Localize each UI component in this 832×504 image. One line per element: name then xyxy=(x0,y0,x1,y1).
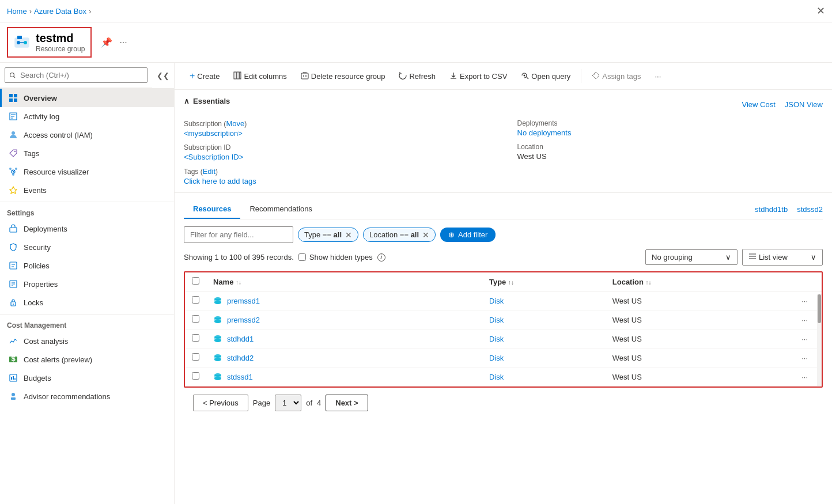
subscription-value[interactable]: <mysubscription> xyxy=(184,129,243,138)
toolbar-divider xyxy=(581,69,581,83)
table-scrollbar-track[interactable] xyxy=(817,294,822,386)
tab-resources[interactable]: Resources xyxy=(184,200,240,219)
row-more-actions-2[interactable]: ··· xyxy=(801,335,808,343)
resource-type-link-3[interactable]: Disk xyxy=(489,354,504,362)
row-name-cell-0: premssd1 xyxy=(206,291,482,310)
sidebar-item-overview[interactable]: Overview xyxy=(0,89,174,107)
sidebar-item-policies[interactable]: Policies xyxy=(0,256,174,275)
sidebar-item-iam[interactable]: Access control (IAM) xyxy=(0,126,174,144)
row-checkbox-4[interactable] xyxy=(192,372,199,380)
deployments-value[interactable]: No deployments xyxy=(517,128,572,137)
tags-field: Tags (Edit) Click here to add tags xyxy=(184,167,490,185)
breadcrumb: Home › Azure Data Box › ✕ xyxy=(0,0,832,22)
row-more-actions-3[interactable]: ··· xyxy=(801,354,808,362)
table-scrollbar-thumb[interactable] xyxy=(818,294,821,323)
next-button[interactable]: Next > xyxy=(326,395,368,411)
sidebar-item-budgets[interactable]: Budgets xyxy=(0,369,174,387)
type-filter-chip: Type == all ✕ xyxy=(298,228,358,242)
filter-input[interactable] xyxy=(184,226,293,243)
json-view-link[interactable]: JSON View xyxy=(785,100,823,109)
resource-name-link-2[interactable]: stdhdd1 xyxy=(213,334,475,343)
location-filter-remove[interactable]: ✕ xyxy=(422,231,429,239)
sidebar-item-label-overview: Overview xyxy=(24,94,57,103)
assign-tags-button[interactable]: Assign tags xyxy=(586,68,646,85)
resource-name-link-3[interactable]: stdhdd2 xyxy=(213,353,475,362)
row-type-cell-4: Disk xyxy=(482,367,606,386)
breadcrumb-azure-data-box[interactable]: Azure Data Box xyxy=(34,7,86,16)
sidebar-item-events[interactable]: Events xyxy=(0,181,174,199)
sidebar-collapse-btn[interactable]: ❮❮ xyxy=(152,67,174,85)
name-column-header[interactable]: Name ↑↓ xyxy=(206,272,482,291)
show-hidden-types-label[interactable]: Show hidden types xyxy=(298,253,373,262)
sidebar-item-deployments[interactable]: Deployments xyxy=(0,219,174,238)
open-query-button[interactable]: Open query xyxy=(515,68,576,85)
location-column-header[interactable]: Location ↑↓ xyxy=(606,272,760,291)
sidebar-item-properties[interactable]: Properties xyxy=(0,275,174,293)
breadcrumb-home[interactable]: Home xyxy=(7,7,27,16)
sidebar-item-visualizer[interactable]: Resource visualizer xyxy=(0,162,174,181)
resource-name-link-1[interactable]: premssd2 xyxy=(213,315,475,324)
resource-title: testmd xyxy=(36,32,85,45)
create-button[interactable]: + Create xyxy=(184,67,225,85)
sidebar-item-activity-log[interactable]: Activity log xyxy=(0,107,174,126)
info-icon[interactable]: i xyxy=(377,253,385,262)
resource-type-link-4[interactable]: Disk xyxy=(489,373,504,381)
sidebar-item-security[interactable]: Security xyxy=(0,238,174,256)
quick-link-stdhdd1tb[interactable]: stdhdd1tb xyxy=(755,205,788,214)
show-hidden-types-checkbox[interactable] xyxy=(298,253,306,261)
resource-name-link-4[interactable]: stdssd1 xyxy=(213,372,475,381)
pin-icon[interactable]: 📌 xyxy=(101,37,112,48)
subscription-id-value[interactable]: <Subscription ID> xyxy=(184,153,243,161)
type-filter-remove[interactable]: ✕ xyxy=(345,231,352,239)
edit-columns-button[interactable]: Edit columns xyxy=(228,68,292,85)
select-all-header xyxy=(185,272,206,291)
row-checkbox-1[interactable] xyxy=(192,315,199,323)
quick-link-stdssd2[interactable]: stdssd2 xyxy=(797,205,823,214)
grouping-chevron-icon: ∨ xyxy=(725,253,731,262)
delete-resource-group-button[interactable]: Delete resource group xyxy=(295,68,391,85)
resource-subtitle: Resource group xyxy=(36,45,85,53)
resource-type-link-0[interactable]: Disk xyxy=(489,297,504,305)
sidebar-item-locks[interactable]: Locks xyxy=(0,293,174,312)
select-all-checkbox[interactable] xyxy=(192,277,199,285)
row-checkbox-0[interactable] xyxy=(192,296,199,304)
tags-edit-link[interactable]: Edit xyxy=(203,167,215,176)
sidebar-item-label-iam: Access control (IAM) xyxy=(24,131,93,139)
close-icon[interactable]: ✕ xyxy=(816,5,825,17)
grouping-select[interactable]: No grouping ∨ xyxy=(645,249,738,265)
sidebar-item-cost-alerts[interactable]: $ Cost alerts (preview) xyxy=(0,350,174,369)
row-more-actions-1[interactable]: ··· xyxy=(801,316,808,324)
svg-point-17 xyxy=(12,173,14,176)
plus-icon: + xyxy=(190,71,195,81)
row-more-actions-0[interactable]: ··· xyxy=(801,297,808,305)
subscription-move-link[interactable]: Move xyxy=(226,119,244,128)
table-row: premssd2 Disk West US ··· xyxy=(185,310,822,329)
sidebar-item-cost-analysis[interactable]: Cost analysis xyxy=(0,332,174,350)
view-cost-link[interactable]: View Cost xyxy=(742,100,775,109)
resource-type-link-2[interactable]: Disk xyxy=(489,335,504,343)
settings-section-label: Settings xyxy=(0,202,174,219)
search-input[interactable] xyxy=(5,67,148,83)
refresh-button[interactable]: Refresh xyxy=(393,68,441,85)
list-view-select[interactable]: List view ∨ xyxy=(742,249,823,266)
add-tags-link[interactable]: Click here to add tags xyxy=(184,177,256,185)
resources-table-wrapper: Name ↑↓ Type ↑↓ Location ↑↓ xyxy=(184,271,823,388)
type-column-header[interactable]: Type ↑↓ xyxy=(482,272,606,291)
row-checkbox-2[interactable] xyxy=(192,334,199,342)
resource-name-link-0[interactable]: premssd1 xyxy=(213,296,475,305)
add-filter-button[interactable]: ⊕ Add filter xyxy=(440,228,496,242)
page-number-select[interactable]: 1 2 3 4 xyxy=(275,395,301,411)
more-toolbar-button[interactable]: ··· xyxy=(649,69,667,84)
row-checkbox-3[interactable] xyxy=(192,353,199,361)
row-more-actions-4[interactable]: ··· xyxy=(801,373,808,381)
previous-button[interactable]: < Previous xyxy=(193,395,248,411)
sidebar-item-tags[interactable]: Tags xyxy=(0,144,174,162)
more-options-icon[interactable]: ··· xyxy=(119,37,127,48)
tab-recommendations[interactable]: Recommendations xyxy=(240,200,321,219)
resource-type-link-1[interactable]: Disk xyxy=(489,316,504,324)
export-csv-button[interactable]: Export to CSV xyxy=(444,68,513,85)
records-bar: Showing 1 to 100 of 395 records. Show hi… xyxy=(184,249,823,266)
sidebar-item-advisor[interactable]: Advisor recommendations xyxy=(0,387,174,406)
row-checkbox-cell-2 xyxy=(185,329,206,348)
svg-rect-8 xyxy=(14,98,17,102)
